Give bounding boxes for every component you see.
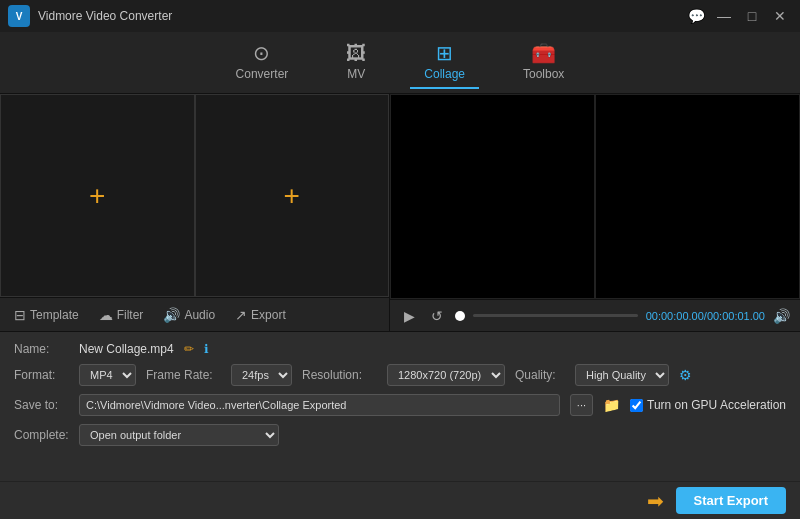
mv-icon: 🖼 xyxy=(346,43,366,63)
framerate-label: Frame Rate: xyxy=(146,368,221,382)
resolution-select[interactable]: 1280x720 (720p) xyxy=(387,364,505,386)
preview-area xyxy=(390,94,800,299)
name-label: Name: xyxy=(14,342,69,356)
progress-bar[interactable] xyxy=(473,314,638,317)
export-button[interactable]: ↗ Export xyxy=(225,303,296,327)
titlebar: V Vidmore Video Converter 💬 — □ ✕ xyxy=(0,0,800,32)
app-title: Vidmore Video Converter xyxy=(38,9,676,23)
export-icon: ↗ xyxy=(235,307,247,323)
template-label: Template xyxy=(30,308,79,322)
nav-toolbox[interactable]: 🧰 Toolbox xyxy=(509,37,578,89)
volume-icon[interactable]: 🔊 xyxy=(773,308,790,324)
nav-collage[interactable]: ⊞ Collage xyxy=(410,37,479,89)
collage-icon: ⊞ xyxy=(436,43,453,63)
start-export-button[interactable]: Start Export xyxy=(676,487,786,514)
nav-mv[interactable]: 🖼 MV xyxy=(332,37,380,89)
quality-select[interactable]: High Quality xyxy=(575,364,669,386)
saveto-row: Save to: ··· 📁 Turn on GPU Acceleration xyxy=(14,394,786,416)
audio-label: Audio xyxy=(184,308,215,322)
converter-label: Converter xyxy=(236,67,289,81)
add-video-left-icon: + xyxy=(89,182,105,210)
left-panel: + + ⊟ Template ☁ Filter 🔊 Audio xyxy=(0,94,390,331)
maximize-button[interactable]: □ xyxy=(740,6,764,26)
complete-label: Complete: xyxy=(14,428,69,442)
edit-name-icon[interactable]: ✏ xyxy=(184,342,194,356)
saveto-label: Save to: xyxy=(14,398,69,412)
filter-label: Filter xyxy=(117,308,144,322)
nav-converter[interactable]: ⊙ Converter xyxy=(222,37,303,89)
filter-icon: ☁ xyxy=(99,307,113,323)
top-navigation: ⊙ Converter 🖼 MV ⊞ Collage 🧰 Toolbox xyxy=(0,32,800,94)
complete-row: Complete: Open output folder xyxy=(14,424,786,446)
audio-button[interactable]: 🔊 Audio xyxy=(153,303,225,327)
template-icon: ⊟ xyxy=(14,307,26,323)
progress-dot[interactable] xyxy=(455,311,465,321)
name-row: Name: New Collage.mp4 ✏ ℹ xyxy=(14,342,786,356)
preview-left xyxy=(390,94,595,299)
resolution-label: Resolution: xyxy=(302,368,377,382)
name-value: New Collage.mp4 xyxy=(79,342,174,356)
framerate-select[interactable]: 24fps xyxy=(231,364,292,386)
template-button[interactable]: ⊟ Template xyxy=(4,303,89,327)
panels-row: + + ⊟ Template ☁ Filter 🔊 Audio xyxy=(0,94,800,331)
browse-button[interactable]: ··· xyxy=(570,394,593,416)
toolbox-label: Toolbox xyxy=(523,67,564,81)
window-controls: 💬 — □ ✕ xyxy=(684,6,792,26)
collage-label: Collage xyxy=(424,67,465,81)
minimize-button[interactable]: — xyxy=(712,6,736,26)
close-button[interactable]: ✕ xyxy=(768,6,792,26)
bottom-bar: ➡ Start Export xyxy=(0,481,800,519)
app-logo: V xyxy=(8,5,30,27)
arrow-icon: ➡ xyxy=(647,489,664,513)
export-label: Export xyxy=(251,308,286,322)
collage-slots: + + xyxy=(0,94,389,297)
collage-slot-right[interactable]: + xyxy=(195,94,390,297)
play-button[interactable]: ▶ xyxy=(400,306,419,326)
quality-label: Quality: xyxy=(515,368,565,382)
player-controls: ▶ ↺ 00:00:00.00/00:00:01.00 🔊 xyxy=(390,299,800,331)
chat-button[interactable]: 💬 xyxy=(684,6,708,26)
audio-icon: 🔊 xyxy=(163,307,180,323)
toolbox-icon: 🧰 xyxy=(531,43,556,63)
info-icon[interactable]: ℹ xyxy=(204,342,209,356)
gpu-acceleration-checkbox[interactable] xyxy=(630,399,643,412)
gpu-acceleration-text: Turn on GPU Acceleration xyxy=(647,398,786,412)
arrow-hint: ➡ xyxy=(647,489,664,513)
time-display: 00:00:00.00/00:00:01.00 xyxy=(646,310,765,322)
filter-button[interactable]: ☁ Filter xyxy=(89,303,154,327)
add-video-right-icon: + xyxy=(284,182,300,210)
right-panel: ▶ ↺ 00:00:00.00/00:00:01.00 🔊 xyxy=(390,94,800,331)
format-row: Format: MP4 Frame Rate: 24fps Resolution… xyxy=(14,364,786,386)
gpu-acceleration-label[interactable]: Turn on GPU Acceleration xyxy=(630,398,786,412)
format-label: Format: xyxy=(14,368,69,382)
quality-settings-icon[interactable]: ⚙ xyxy=(679,367,692,383)
preview-right xyxy=(595,94,800,299)
converter-icon: ⊙ xyxy=(253,43,270,63)
main-wrapper: + + ⊟ Template ☁ Filter 🔊 Audio xyxy=(0,94,800,519)
format-select[interactable]: MP4 xyxy=(79,364,136,386)
loop-button[interactable]: ↺ xyxy=(427,306,447,326)
complete-action-select[interactable]: Open output folder xyxy=(79,424,279,446)
settings-area: Name: New Collage.mp4 ✏ ℹ Format: MP4 Fr… xyxy=(0,331,800,481)
collage-slot-left[interactable]: + xyxy=(0,94,195,297)
mv-label: MV xyxy=(347,67,365,81)
folder-icon[interactable]: 📁 xyxy=(603,397,620,413)
save-path-input[interactable] xyxy=(79,394,560,416)
collage-toolbar: ⊟ Template ☁ Filter 🔊 Audio ↗ Export xyxy=(0,297,389,331)
